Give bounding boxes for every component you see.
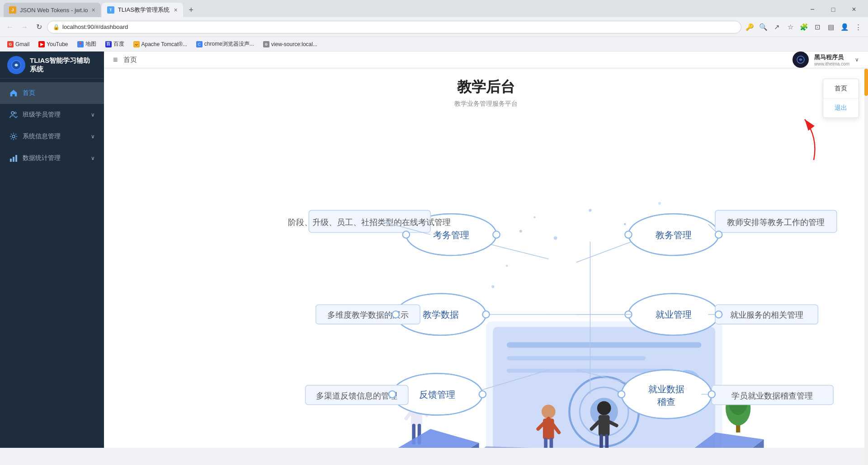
reload-button[interactable]: ↻ [33, 21, 45, 33]
svg-point-53 [533, 216, 536, 218]
header-logo-circle [793, 52, 809, 68]
empcheck-desc: 学员就业数据稽查管理 [731, 391, 813, 400]
sidebar-menu: 首页 班级学员管理 ∨ [0, 79, 104, 448]
dropdown-logout[interactable]: 退出 [823, 99, 859, 117]
bookmark-tomcat[interactable]: 🐱 Apache Tomcat®... [130, 40, 191, 49]
node-empcheck-label2: 稽查 [657, 397, 675, 407]
chart-icon [9, 154, 18, 163]
svg-point-56 [624, 223, 626, 225]
header-logo-text: 黑马程序员 [814, 53, 849, 61]
header-logo: 黑马程序员 www.itheima.com ∨ [793, 52, 859, 68]
bookmark-chrome-label: chrome浏览器没声... [204, 40, 254, 48]
node-employment-label: 就业管理 [656, 310, 692, 319]
bookmark-youtube[interactable]: ▶ YouTube [35, 40, 71, 49]
scrollbar-thumb[interactable] [864, 69, 868, 96]
tab2-close[interactable]: × [174, 6, 178, 14]
app-header: ≡ 首页 黑马程序员 www.itheima.com ∨ [104, 52, 868, 68]
dot-teaching-right [715, 231, 722, 238]
address-text: localhost:90/#/dashboard [62, 23, 128, 30]
tab1-favicon: J [9, 6, 16, 14]
class-arrow-icon: ∨ [91, 112, 95, 118]
sidebar-item-class-label: 班级学员管理 [23, 111, 86, 119]
close-button[interactable]: × [844, 3, 864, 16]
new-tab-button[interactable]: + [184, 3, 198, 17]
svg-point-59 [491, 285, 494, 288]
dot-exam-left [403, 231, 410, 238]
dot-feedback-left [389, 391, 396, 398]
browser-toolbar: ← → ↻ 🔒 localhost:90/#/dashboard 🔑 🔍 ↗ ☆… [0, 17, 868, 37]
bookmark-viewsource-label: view-source:local... [271, 41, 317, 47]
account-icon[interactable]: 👤 [838, 21, 851, 33]
bookmark-gmail[interactable]: G Gmail [4, 40, 33, 49]
bookmark-chrome[interactable]: C chrome浏览器没声... [193, 39, 258, 49]
lock-icon: 🔒 [53, 24, 60, 30]
sidebar-item-system[interactable]: 系统信息管理 ∨ [0, 126, 104, 147]
svg-point-54 [554, 236, 557, 240]
key-icon[interactable]: 🔑 [743, 21, 756, 33]
node-exam-label: 考务管理 [433, 230, 469, 240]
profile-icon[interactable]: ⊡ [811, 21, 824, 33]
share-icon[interactable]: ↗ [770, 21, 783, 33]
home-icon [9, 89, 18, 98]
bookmark-icon[interactable]: ☆ [784, 21, 797, 33]
minimize-button[interactable]: − [802, 3, 823, 16]
bookmark-viewsource[interactable]: ⊕ view-source:local... [259, 40, 321, 49]
stats-arrow-icon: ∨ [91, 155, 95, 161]
sidebar-item-stats[interactable]: 数据统计管理 ∨ [0, 147, 104, 169]
teaching-desc: 教师安排等教务工作的管理 [727, 217, 825, 227]
feedback-desc: 多渠道反馈信息的管理 [316, 391, 397, 400]
baidu-favicon: 百 [105, 41, 112, 47]
dot-teaching-left [625, 231, 632, 238]
dot-data-left [392, 311, 399, 318]
svg-point-57 [658, 202, 661, 205]
ditu-favicon: 📍 [77, 41, 84, 47]
bookmark-tomcat-label: Apache Tomcat®... [142, 41, 187, 47]
viewsource-favicon: ⊕ [263, 41, 269, 47]
main-content: ≡ 首页 黑马程序员 www.itheima.com ∨ [104, 52, 868, 448]
maximize-button[interactable]: □ [823, 3, 844, 16]
browser-frame: J JSON Web Tokens - jwt.io × T TLIAS教学管理… [0, 0, 868, 52]
svg-rect-5 [10, 159, 12, 162]
tab2-favicon: T [107, 6, 114, 14]
back-button[interactable]: ← [4, 21, 16, 33]
dot-exam-right [493, 231, 500, 238]
dashboard-subtitle: 教学业务管理服务平台 [454, 100, 518, 108]
dashboard-title: 教学后台 [454, 77, 518, 97]
chrome-favicon: C [196, 41, 203, 47]
app-container: TLIAS智能学习辅助系统 首页 [0, 52, 868, 448]
dropdown-home[interactable]: 首页 [823, 79, 859, 99]
bookmark-baidu-label: 百度 [113, 40, 124, 48]
address-bar[interactable]: 🔒 localhost:90/#/dashboard [47, 21, 741, 33]
tomcat-favicon: 🐱 [133, 41, 140, 47]
node-teaching-label: 教务管理 [656, 230, 692, 240]
scrollbar-track [864, 69, 868, 465]
bookmark-baidu[interactable]: 百 百度 [102, 39, 128, 49]
svg-point-52 [519, 230, 522, 232]
menu-icon[interactable]: ⋮ [852, 21, 864, 33]
browser-tab-1[interactable]: J JSON Web Tokens - jwt.io × [4, 3, 101, 17]
sidebar-logo-title: TLIAS智能学习辅助系统 [30, 56, 97, 74]
tab2-label: TLIAS教学管理系统 [118, 6, 170, 14]
logo-icon [7, 56, 25, 74]
sidebar-item-class[interactable]: 班级学员管理 ∨ [0, 104, 104, 126]
system-arrow-icon: ∨ [91, 133, 95, 140]
gear-icon [9, 132, 18, 141]
reading-view-icon[interactable]: ▤ [825, 21, 837, 33]
svg-point-55 [589, 209, 591, 211]
svg-rect-13 [507, 342, 701, 348]
search-icon[interactable]: 🔍 [757, 21, 769, 33]
forward-button[interactable]: → [18, 21, 31, 33]
dot-employment-right [715, 311, 722, 318]
sidebar-item-home-label: 首页 [23, 89, 95, 97]
browser-tab-2[interactable]: T TLIAS教学管理系统 × [102, 3, 183, 17]
sidebar-item-home[interactable]: 首页 [0, 82, 104, 104]
svg-point-58 [506, 265, 508, 267]
hamburger-icon[interactable]: ≡ [113, 55, 118, 65]
tab1-close[interactable]: × [92, 6, 95, 14]
bookmark-ditu[interactable]: 📍 地图 [74, 39, 100, 49]
bookmark-ditu-label: 地图 [85, 40, 96, 48]
extensions-icon[interactable]: 🧩 [797, 21, 810, 33]
dashboard-content: 教学后台 教学业务管理服务平台 [104, 68, 868, 448]
user-dropdown-arrow[interactable]: ∨ [855, 56, 859, 63]
bookmark-youtube-label: YouTube [47, 41, 68, 47]
